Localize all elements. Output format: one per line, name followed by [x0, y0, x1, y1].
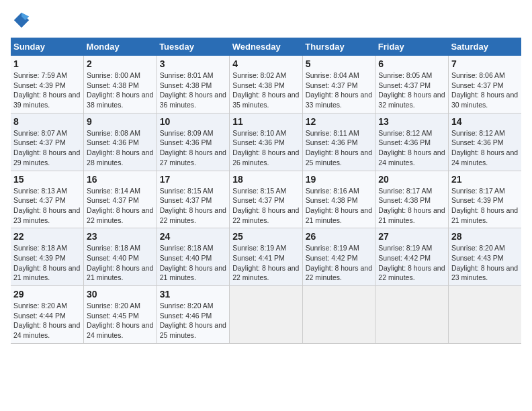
- calendar-cell: 6Sunrise: 8:05 AMSunset: 4:37 PMDaylight…: [375, 56, 449, 113]
- calendar-cell: 20Sunrise: 8:17 AMSunset: 4:38 PMDayligh…: [375, 171, 449, 228]
- calendar-cell: 16Sunrise: 8:14 AMSunset: 4:37 PMDayligh…: [84, 171, 157, 228]
- header-sunday: Sunday: [11, 38, 84, 56]
- calendar-cell: 28Sunrise: 8:20 AMSunset: 4:43 PMDayligh…: [448, 228, 521, 286]
- header-saturday: Saturday: [448, 38, 521, 56]
- calendar-cell: 29Sunrise: 8:20 AMSunset: 4:44 PMDayligh…: [11, 286, 84, 344]
- day-info: Sunrise: 8:07 AMSunset: 4:37 PMDaylight:…: [13, 128, 81, 168]
- calendar-cell: 14Sunrise: 8:12 AMSunset: 4:36 PMDayligh…: [448, 113, 521, 171]
- calendar-cell: 8Sunrise: 8:07 AMSunset: 4:37 PMDaylight…: [11, 113, 84, 171]
- day-info: Sunrise: 7:59 AMSunset: 4:39 PMDaylight:…: [13, 71, 81, 110]
- page-header: [11, 11, 521, 32]
- day-number: 8: [13, 116, 81, 127]
- day-info: Sunrise: 8:20 AMSunset: 4:43 PMDaylight:…: [451, 243, 519, 283]
- day-info: Sunrise: 8:20 AMSunset: 4:46 PMDaylight:…: [160, 301, 227, 340]
- day-info: Sunrise: 8:20 AMSunset: 4:44 PMDaylight:…: [13, 301, 81, 340]
- calendar-cell: 30Sunrise: 8:20 AMSunset: 4:45 PMDayligh…: [84, 286, 157, 344]
- day-info: Sunrise: 8:11 AMSunset: 4:36 PMDaylight:…: [306, 128, 373, 168]
- day-info: Sunrise: 8:13 AMSunset: 4:37 PMDaylight:…: [13, 186, 81, 226]
- day-info: Sunrise: 8:09 AMSunset: 4:36 PMDaylight:…: [160, 128, 227, 168]
- day-number: 20: [378, 174, 445, 185]
- day-number: 10: [160, 116, 227, 127]
- day-info: Sunrise: 8:02 AMSunset: 4:38 PMDaylight:…: [232, 71, 300, 110]
- day-number: 14: [451, 116, 519, 127]
- day-number: 31: [160, 289, 227, 300]
- calendar-cell: 15Sunrise: 8:13 AMSunset: 4:37 PMDayligh…: [11, 171, 84, 228]
- calendar-cell: 4Sunrise: 8:02 AMSunset: 4:38 PMDaylight…: [230, 56, 303, 113]
- day-number: 4: [232, 58, 300, 69]
- day-info: Sunrise: 8:00 AMSunset: 4:38 PMDaylight:…: [87, 71, 154, 110]
- calendar-cell: 21Sunrise: 8:17 AMSunset: 4:39 PMDayligh…: [448, 171, 521, 228]
- day-info: Sunrise: 8:10 AMSunset: 4:36 PMDaylight:…: [232, 128, 300, 168]
- calendar-cell: 25Sunrise: 8:19 AMSunset: 4:41 PMDayligh…: [230, 228, 303, 286]
- day-info: Sunrise: 8:18 AMSunset: 4:39 PMDaylight:…: [13, 243, 81, 283]
- day-number: 28: [451, 231, 519, 242]
- calendar-cell: 24Sunrise: 8:18 AMSunset: 4:40 PMDayligh…: [157, 228, 230, 286]
- day-info: Sunrise: 8:18 AMSunset: 4:40 PMDaylight:…: [87, 243, 154, 283]
- day-info: Sunrise: 8:12 AMSunset: 4:36 PMDaylight:…: [378, 128, 445, 168]
- week-row-1: 1Sunrise: 7:59 AMSunset: 4:39 PMDaylight…: [11, 56, 521, 113]
- day-number: 21: [451, 174, 519, 185]
- calendar-cell: 11Sunrise: 8:10 AMSunset: 4:36 PMDayligh…: [230, 113, 303, 171]
- day-number: 22: [13, 231, 81, 242]
- day-info: Sunrise: 8:16 AMSunset: 4:38 PMDaylight:…: [306, 186, 373, 226]
- day-info: Sunrise: 8:06 AMSunset: 4:37 PMDaylight:…: [451, 71, 519, 110]
- calendar-cell: 10Sunrise: 8:09 AMSunset: 4:36 PMDayligh…: [157, 113, 230, 171]
- day-info: Sunrise: 8:14 AMSunset: 4:37 PMDaylight:…: [87, 186, 154, 226]
- calendar-cell: 31Sunrise: 8:20 AMSunset: 4:46 PMDayligh…: [157, 286, 230, 344]
- day-info: Sunrise: 8:17 AMSunset: 4:38 PMDaylight:…: [378, 186, 445, 226]
- day-info: Sunrise: 8:19 AMSunset: 4:42 PMDaylight:…: [378, 243, 445, 283]
- header-tuesday: Tuesday: [157, 38, 230, 56]
- week-row-2: 8Sunrise: 8:07 AMSunset: 4:37 PMDaylight…: [11, 113, 521, 171]
- day-number: 6: [378, 58, 445, 69]
- day-info: Sunrise: 8:19 AMSunset: 4:42 PMDaylight:…: [306, 243, 373, 283]
- day-number: 13: [378, 116, 445, 127]
- logo: [11, 11, 32, 32]
- calendar-cell: 12Sunrise: 8:11 AMSunset: 4:36 PMDayligh…: [302, 113, 375, 171]
- day-number: 15: [13, 174, 81, 185]
- calendar-cell: [230, 286, 303, 344]
- calendar-cell: 23Sunrise: 8:18 AMSunset: 4:40 PMDayligh…: [84, 228, 157, 286]
- day-info: Sunrise: 8:17 AMSunset: 4:39 PMDaylight:…: [451, 186, 519, 226]
- day-number: 11: [232, 116, 300, 127]
- day-number: 30: [87, 289, 154, 300]
- day-number: 17: [160, 174, 227, 185]
- day-info: Sunrise: 8:12 AMSunset: 4:36 PMDaylight:…: [451, 128, 519, 168]
- calendar-cell: 7Sunrise: 8:06 AMSunset: 4:37 PMDaylight…: [448, 56, 521, 113]
- day-number: 27: [378, 231, 445, 242]
- week-row-3: 15Sunrise: 8:13 AMSunset: 4:37 PMDayligh…: [11, 171, 521, 228]
- day-info: Sunrise: 8:20 AMSunset: 4:45 PMDaylight:…: [87, 301, 154, 340]
- day-info: Sunrise: 8:15 AMSunset: 4:37 PMDaylight:…: [160, 186, 227, 226]
- day-number: 5: [306, 58, 373, 69]
- calendar-cell: 3Sunrise: 8:01 AMSunset: 4:38 PMDaylight…: [157, 56, 230, 113]
- header-monday: Monday: [84, 38, 157, 56]
- calendar-cell: 1Sunrise: 7:59 AMSunset: 4:39 PMDaylight…: [11, 56, 84, 113]
- day-number: 7: [451, 58, 519, 69]
- calendar-cell: 5Sunrise: 8:04 AMSunset: 4:37 PMDaylight…: [302, 56, 375, 113]
- day-info: Sunrise: 8:15 AMSunset: 4:37 PMDaylight:…: [232, 186, 300, 226]
- day-number: 9: [87, 116, 154, 127]
- header-friday: Friday: [375, 38, 449, 56]
- day-number: 3: [160, 58, 227, 69]
- week-row-4: 22Sunrise: 8:18 AMSunset: 4:39 PMDayligh…: [11, 228, 521, 286]
- calendar-cell: 2Sunrise: 8:00 AMSunset: 4:38 PMDaylight…: [84, 56, 157, 113]
- calendar-cell: 17Sunrise: 8:15 AMSunset: 4:37 PMDayligh…: [157, 171, 230, 228]
- day-number: 29: [13, 289, 81, 300]
- header-wednesday: Wednesday: [230, 38, 303, 56]
- day-info: Sunrise: 8:18 AMSunset: 4:40 PMDaylight:…: [160, 243, 227, 283]
- header-thursday: Thursday: [302, 38, 375, 56]
- calendar-cell: 13Sunrise: 8:12 AMSunset: 4:36 PMDayligh…: [375, 113, 449, 171]
- calendar-cell: [375, 286, 449, 344]
- calendar-cell: 18Sunrise: 8:15 AMSunset: 4:37 PMDayligh…: [230, 171, 303, 228]
- logo-icon: [12, 11, 31, 30]
- day-info: Sunrise: 8:04 AMSunset: 4:37 PMDaylight:…: [306, 71, 373, 110]
- day-number: 16: [87, 174, 154, 185]
- calendar-cell: 26Sunrise: 8:19 AMSunset: 4:42 PMDayligh…: [302, 228, 375, 286]
- day-number: 24: [160, 231, 227, 242]
- calendar-cell: 19Sunrise: 8:16 AMSunset: 4:38 PMDayligh…: [302, 171, 375, 228]
- calendar-cell: [448, 286, 521, 344]
- day-info: Sunrise: 8:08 AMSunset: 4:36 PMDaylight:…: [87, 128, 154, 168]
- calendar-cell: 9Sunrise: 8:08 AMSunset: 4:36 PMDaylight…: [84, 113, 157, 171]
- calendar-cell: [302, 286, 375, 344]
- day-number: 2: [87, 58, 154, 69]
- day-number: 25: [232, 231, 300, 242]
